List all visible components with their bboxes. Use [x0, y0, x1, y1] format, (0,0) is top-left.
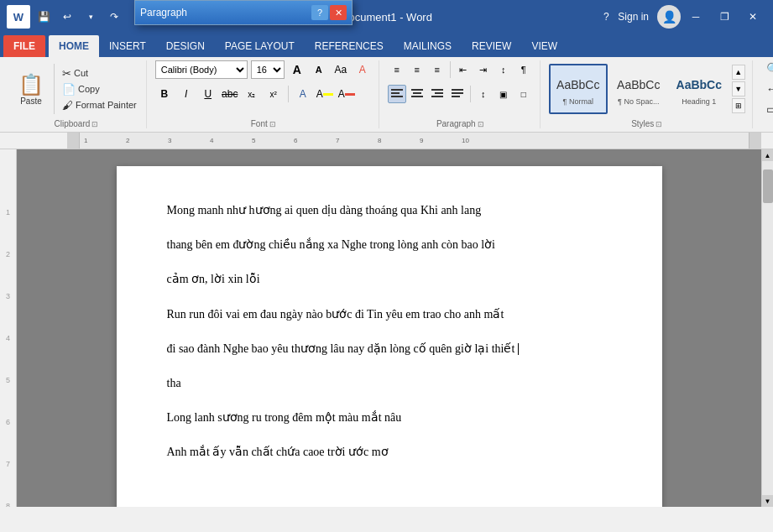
- copy-button[interactable]: 📄 Copy: [60, 82, 139, 96]
- replace-button[interactable]: ↔ Replace: [761, 81, 773, 97]
- line-spacing-button[interactable]: ↕: [474, 85, 493, 103]
- align-center-button[interactable]: [408, 85, 426, 103]
- styles-scroll-down[interactable]: ▼: [732, 81, 745, 96]
- tab-mailings[interactable]: MAILINGS: [394, 35, 462, 57]
- paste-button[interactable]: 📋 Paste: [13, 71, 49, 107]
- change-case-button[interactable]: Aa: [332, 60, 350, 79]
- decrease-indent-button[interactable]: ⇤: [454, 60, 473, 79]
- tab-page-layout[interactable]: PAGE LAYOUT: [215, 35, 305, 57]
- find-icon: 🔍: [766, 62, 773, 76]
- font-group-label: Font ⊡: [155, 117, 372, 128]
- user-avatar[interactable]: 👤: [657, 5, 681, 29]
- styles-expand-icon[interactable]: ⊡: [655, 120, 662, 128]
- tab-design[interactable]: DESIGN: [156, 35, 215, 57]
- tab-references[interactable]: REFERENCES: [305, 35, 394, 57]
- font-color-underline: [345, 93, 355, 96]
- paragraph-dialog[interactable]: Paragraph ? ✕: [134, 0, 353, 25]
- editing-group-label: Editing: [761, 117, 773, 128]
- clipboard-expand-icon[interactable]: ⊡: [91, 120, 98, 128]
- titlebar-left: W 💾 ↩ ▾ ↷ ▾: [7, 5, 148, 29]
- font-expand-icon[interactable]: ⊡: [269, 120, 276, 128]
- increase-indent-button[interactable]: ⇥: [474, 60, 493, 79]
- sort-button[interactable]: ↕: [494, 60, 513, 79]
- tab-file[interactable]: FILE: [3, 35, 45, 57]
- line-num-3: 3: [0, 275, 16, 317]
- strikethrough-button[interactable]: abc: [221, 85, 239, 103]
- superscript-button[interactable]: x²: [264, 85, 283, 103]
- word-logo: W: [7, 5, 30, 29]
- word-window: W 💾 ↩ ▾ ↷ ▾ Document1 - Word ? Sign in 👤…: [0, 0, 773, 507]
- bullets-button[interactable]: ≡: [388, 60, 406, 79]
- tab-view[interactable]: VIEW: [521, 35, 567, 57]
- scroll-track[interactable]: [762, 161, 773, 495]
- redo-button[interactable]: ↷: [104, 7, 124, 27]
- highlight-color-button[interactable]: A: [316, 85, 334, 103]
- styles-group-label: Styles ⊡: [549, 117, 745, 128]
- text-effects-button[interactable]: A: [294, 85, 312, 103]
- style-no-spacing[interactable]: AaBbCc ¶ No Spac...: [609, 64, 668, 114]
- scroll-down-button[interactable]: ▼: [762, 495, 774, 507]
- shading-button[interactable]: ▣: [494, 85, 513, 103]
- restore-button[interactable]: ❐: [711, 5, 738, 29]
- cut-button[interactable]: ✂ Cut: [60, 66, 139, 81]
- undo-arrow-button[interactable]: ▾: [81, 7, 101, 27]
- tab-home[interactable]: HOME: [49, 35, 99, 57]
- styles-content: AaBbCc ¶ Normal AaBbCc ¶ No Spac...: [549, 60, 745, 117]
- document-page[interactable]: Mong manh như hương ai quen dịu dàng tho…: [117, 166, 662, 507]
- italic-button[interactable]: I: [177, 85, 196, 103]
- save-quick-button[interactable]: 💾: [34, 7, 54, 27]
- style-heading1[interactable]: AaBbCc Heading 1: [670, 64, 729, 114]
- vertical-scrollbar[interactable]: ▲ ▼: [761, 149, 773, 507]
- font-color-button[interactable]: A: [337, 85, 356, 103]
- dialog-help-button[interactable]: ?: [311, 5, 328, 20]
- borders-button[interactable]: □: [514, 85, 533, 103]
- align-left-button[interactable]: [388, 85, 406, 103]
- undo-button[interactable]: ↩: [57, 7, 77, 27]
- ruler-content: 1 2 3 4 5 6 7 8 9 10: [80, 133, 749, 149]
- multilevel-list-button[interactable]: ≡: [428, 60, 447, 79]
- paragraph-expand-icon[interactable]: ⊡: [478, 120, 484, 128]
- numbering-button[interactable]: ≡: [408, 60, 426, 79]
- justify-button[interactable]: [448, 85, 467, 103]
- styles-expand[interactable]: ⊞: [732, 98, 745, 113]
- separator2: [288, 86, 289, 102]
- align-right-button[interactable]: [428, 85, 447, 103]
- scroll-thumb[interactable]: [763, 170, 773, 203]
- paste-label: Paste: [20, 96, 42, 106]
- ruler-mark-10: 10: [462, 137, 469, 144]
- select-button[interactable]: ▭ Select ▾: [761, 101, 773, 117]
- signin-label[interactable]: Sign in: [618, 11, 649, 23]
- font-group: Calibri (Body) 16 A A Aa A B I U abc x₂: [149, 60, 379, 128]
- find-button[interactable]: 🔍 Find ▾: [761, 60, 773, 77]
- tab-insert[interactable]: INSERT: [99, 35, 156, 57]
- dialog-close-button[interactable]: ✕: [330, 5, 347, 20]
- clear-formatting-button[interactable]: A: [353, 60, 372, 79]
- styles-scroll-up[interactable]: ▲: [732, 65, 745, 80]
- format-painter-button[interactable]: 🖌 Format Painter: [60, 98, 139, 112]
- minimize-button[interactable]: ─: [682, 5, 709, 29]
- font-row2: B I U abc x₂ x² A A A: [155, 85, 356, 103]
- font-size-select[interactable]: 16: [251, 60, 285, 79]
- page-container[interactable]: Mong manh như hương ai quen dịu dàng tho…: [17, 149, 761, 507]
- copy-label: Copy: [78, 84, 100, 94]
- tab-review[interactable]: REVIEW: [462, 35, 521, 57]
- style-normal[interactable]: AaBbCc ¶ Normal: [549, 64, 608, 114]
- editing-buttons: 🔍 Find ▾ ↔ Replace ▭ Select ▾: [761, 60, 773, 117]
- show-hide-button[interactable]: ¶: [514, 60, 533, 79]
- font-family-select[interactable]: Calibri (Body): [155, 60, 248, 79]
- dialog-title-buttons: ? ✕: [311, 5, 347, 20]
- ruler-mark-8: 8: [378, 137, 381, 144]
- subscript-button[interactable]: x₂: [243, 85, 261, 103]
- paragraph-row2: ↕ ▣ □: [388, 85, 533, 103]
- scroll-up-button[interactable]: ▲: [762, 149, 774, 161]
- bold-button[interactable]: B: [155, 85, 174, 103]
- paragraph-4: Run run đôi vai em đau ngày nào bước đi …: [167, 304, 612, 325]
- font-shrink-button[interactable]: A: [310, 60, 328, 79]
- paragraph-5: đi sao đành Nghe bao yêu thương lâu nay …: [167, 338, 612, 359]
- titlebar-right: ? Sign in 👤 ─ ❐ ✕: [596, 5, 766, 29]
- close-button[interactable]: ✕: [739, 5, 766, 29]
- justify-icon: [452, 89, 463, 99]
- help-button[interactable]: ?: [596, 7, 616, 27]
- font-grow-button[interactable]: A: [288, 60, 306, 79]
- underline-button[interactable]: U: [199, 85, 217, 103]
